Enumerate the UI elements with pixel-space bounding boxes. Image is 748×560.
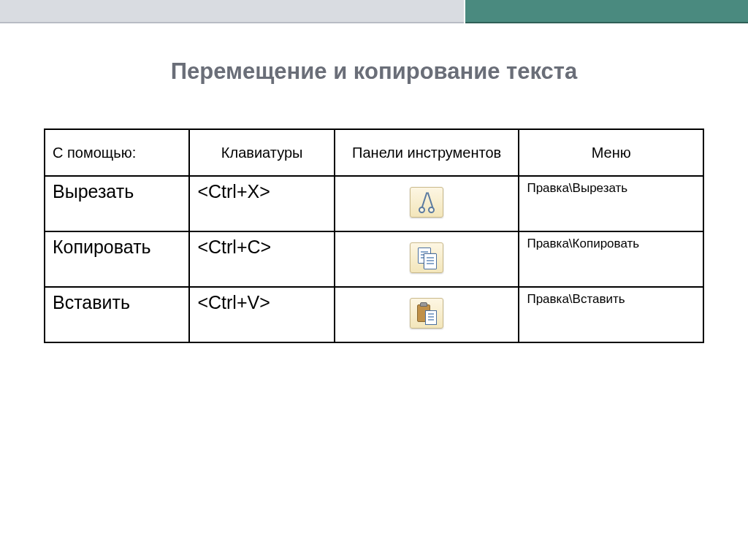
keyboard-shortcut: <Ctrl+X> bbox=[189, 176, 334, 231]
keyboard-shortcut: <Ctrl+V> bbox=[189, 287, 334, 342]
action-label: Вставить bbox=[45, 287, 189, 342]
paste-icon bbox=[410, 298, 443, 329]
action-label: Вырезать bbox=[45, 176, 189, 231]
shortcuts-table: С помощью: Клавиатуры Панели инструменто… bbox=[44, 129, 704, 343]
copy-icon bbox=[410, 242, 443, 273]
toolbar-icon-cell bbox=[335, 231, 519, 287]
cut-icon bbox=[410, 187, 443, 218]
toolbar-icon-cell bbox=[335, 176, 519, 231]
decorative-top-border bbox=[0, 0, 748, 23]
header-menu: Меню bbox=[519, 129, 703, 176]
table-row: Вставить <Ctrl+V> Правка\Вставить bbox=[45, 287, 703, 342]
header-using: С помощью: bbox=[45, 129, 189, 176]
header-toolbar: Панели инструментов bbox=[335, 129, 519, 176]
header-keyboard: Клавиатуры bbox=[189, 129, 334, 176]
table-row: Копировать <Ctrl+C> Правка\Копировать bbox=[45, 231, 703, 287]
menu-path: Правка\Вставить bbox=[519, 287, 703, 342]
table-header-row: С помощью: Клавиатуры Панели инструменто… bbox=[45, 129, 703, 176]
content-area: С помощью: Клавиатуры Панели инструменто… bbox=[44, 129, 704, 343]
keyboard-shortcut: <Ctrl+C> bbox=[189, 231, 334, 287]
slide-title: Перемещение и копирование текста bbox=[0, 58, 748, 85]
action-label: Копировать bbox=[45, 231, 189, 287]
table-row: Вырезать <Ctrl+X> Правка\Вырезать bbox=[45, 176, 703, 231]
menu-path: Правка\Копировать bbox=[519, 231, 703, 287]
toolbar-icon-cell bbox=[335, 287, 519, 342]
menu-path: Правка\Вырезать bbox=[519, 176, 703, 231]
